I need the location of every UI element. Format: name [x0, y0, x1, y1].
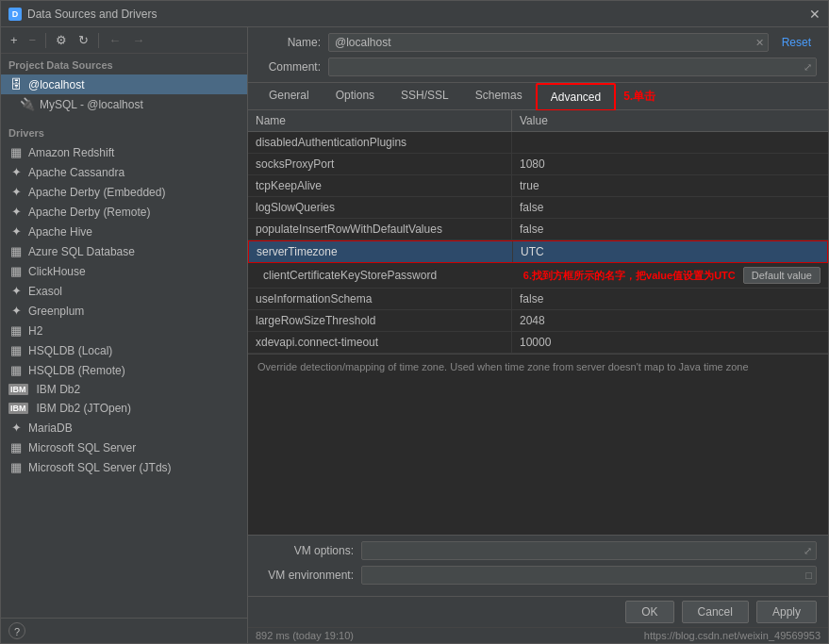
- reset-button[interactable]: Reset: [776, 34, 817, 51]
- settings-button[interactable]: ⚙: [52, 31, 71, 49]
- table-row[interactable]: populateInsertRowWithDefaultValues false: [248, 219, 828, 240]
- driver-mariadb[interactable]: ✦ MariaDB: [1, 418, 247, 438]
- left-toolbar: + − ⚙ ↻ ← →: [1, 27, 247, 54]
- tab-advanced[interactable]: Advanced: [536, 83, 616, 111]
- driver-label-mssql: Microsoft SQL Server: [28, 441, 136, 454]
- prop-value-timezone[interactable]: UTC: [513, 241, 827, 262]
- vm-options-input-wrapper[interactable]: ⤢: [361, 541, 817, 560]
- table-row[interactable]: tcpKeepAlive true: [248, 175, 828, 197]
- prop-value[interactable]: 10000: [512, 332, 828, 353]
- tab-schemas[interactable]: Schemas: [462, 83, 536, 109]
- sidebar-item-mysql[interactable]: 🔌 MySQL - @localhost: [1, 94, 247, 114]
- driver-greenplum[interactable]: ✦ Greenplum: [1, 301, 247, 321]
- annotation-row-container: clientCertificateKeyStorePassword 6.找到方框…: [248, 263, 828, 289]
- drivers-label: Drivers: [1, 122, 247, 142]
- driver-mssql-jtds[interactable]: ▦ Microsoft SQL Server (JTds): [1, 457, 247, 477]
- driver-amazon[interactable]: ▦ Amazon Redshift: [1, 142, 247, 162]
- add-button[interactable]: +: [7, 31, 22, 49]
- vm-options-input[interactable]: [362, 542, 800, 559]
- prop-name: tcpKeepAlive: [248, 175, 512, 196]
- tab-options[interactable]: Options: [323, 83, 388, 109]
- vm-options-label: VM options:: [259, 544, 354, 557]
- prop-value[interactable]: 1080: [512, 154, 828, 174]
- comment-input[interactable]: [329, 58, 800, 75]
- col-header-value: Value: [512, 110, 828, 131]
- driver-label-derby-em: Apache Derby (Embedded): [28, 186, 165, 199]
- vm-env-input-wrapper[interactable]: □: [361, 566, 817, 585]
- driver-clickhouse[interactable]: ▦ ClickHouse: [1, 261, 247, 281]
- driver-icon-maria: ✦: [8, 421, 24, 435]
- db-icon: 🗄: [8, 77, 24, 91]
- driver-hsqldb-remote[interactable]: ▦ HSQLDB (Remote): [1, 360, 247, 380]
- properties-table[interactable]: Name Value disabledAuthenticationPlugins…: [248, 110, 828, 535]
- driver-mssql[interactable]: ▦ Microsoft SQL Server: [1, 438, 247, 457]
- driver-cassandra[interactable]: ✦ Apache Cassandra: [1, 162, 247, 182]
- title-bar: D Data Sources and Drivers ✕: [1, 1, 828, 27]
- driver-label-h2: H2: [28, 324, 42, 338]
- driver-ibm-db2-jt[interactable]: IBM IBM Db2 (JTOpen): [1, 399, 247, 418]
- driver-h2[interactable]: ▦ H2: [1, 321, 247, 340]
- driver-hive[interactable]: ✦ Apache Hive: [1, 222, 247, 241]
- name-input-wrapper[interactable]: ✕: [328, 33, 769, 52]
- forward-button[interactable]: →: [128, 31, 148, 49]
- prop-name: useInformationSchema: [248, 289, 512, 309]
- refresh-button[interactable]: ↻: [75, 31, 92, 49]
- ok-button[interactable]: OK: [625, 601, 673, 623]
- bottom-status: 892 ms (today 19:10): [256, 630, 354, 641]
- table-row[interactable]: logSlowQueries false: [248, 197, 828, 219]
- description-text: Override detection/mapping of time zone.…: [257, 361, 749, 372]
- driver-derby-re[interactable]: ✦ Apache Derby (Remote): [1, 202, 247, 222]
- table-row[interactable]: socksProxyPort 1080: [248, 154, 828, 175]
- tab-general[interactable]: General: [256, 83, 323, 109]
- separator: [45, 33, 46, 48]
- minus-button[interactable]: −: [25, 31, 41, 49]
- driver-label-hive: Apache Hive: [28, 225, 92, 239]
- left-bottom: ?: [1, 618, 247, 643]
- prop-value[interactable]: false: [512, 219, 828, 239]
- dialog-buttons: OK Cancel Apply: [625, 601, 817, 623]
- help-button[interactable]: ?: [8, 622, 25, 639]
- driver-azure[interactable]: ▦ Azure SQL Database: [1, 241, 247, 261]
- prop-value[interactable]: false: [512, 289, 828, 309]
- table-row[interactable]: largeRowSizeThreshold 2048: [248, 310, 828, 332]
- comment-expand-icon[interactable]: ⤢: [800, 59, 816, 75]
- driver-icon-derby-em: ✦: [8, 185, 24, 199]
- comment-row: Comment: ⤢: [259, 58, 817, 76]
- table-row[interactable]: useInformationSchema false: [248, 289, 828, 310]
- vm-env-expand-icon[interactable]: □: [802, 568, 816, 583]
- app-icon: D: [8, 8, 22, 21]
- table-row[interactable]: disabledAuthenticationPlugins: [248, 132, 828, 154]
- left-scroll-area[interactable]: Project Data Sources 🗄 @localhost 🔌 MySQ…: [1, 54, 247, 618]
- prop-value[interactable]: true: [512, 175, 828, 196]
- name-clear-icon[interactable]: ✕: [752, 35, 768, 51]
- default-value-button[interactable]: Default value: [743, 267, 821, 284]
- table-row[interactable]: clientCertificateKeyStorePassword: [256, 265, 523, 286]
- prop-name: largeRowSizeThreshold: [248, 310, 512, 331]
- table-row[interactable]: xdevapi.connect-timeout 10000: [248, 332, 828, 354]
- tabs-bar: General Options SSH/SSL Schemas Advanced…: [248, 83, 828, 110]
- prop-value[interactable]: [512, 139, 828, 146]
- annotation-tab: 5.单击: [623, 89, 655, 105]
- driver-derby-em[interactable]: ✦ Apache Derby (Embedded): [1, 182, 247, 202]
- back-button[interactable]: ←: [105, 31, 124, 49]
- prop-value[interactable]: false: [512, 197, 828, 218]
- vm-options-expand-icon[interactable]: ⤢: [800, 543, 816, 559]
- vm-env-input[interactable]: [362, 567, 802, 584]
- driver-ibm-db2[interactable]: IBM IBM Db2: [1, 380, 247, 399]
- driver-hsqldb-local[interactable]: ▦ HSQLDB (Local): [1, 340, 247, 360]
- driver-label-azure: Azure SQL Database: [28, 245, 135, 258]
- table-row-server-timezone[interactable]: serverTimezone UTC: [248, 240, 828, 263]
- sidebar-item-localhost[interactable]: 🗄 @localhost: [1, 74, 247, 94]
- driver-label-cassandra: Apache Cassandra: [28, 166, 124, 179]
- apply-button[interactable]: Apply: [756, 601, 817, 623]
- comment-input-wrapper[interactable]: ⤢: [328, 58, 817, 76]
- prop-name: clientCertificateKeyStorePassword: [256, 265, 520, 286]
- tab-ssh-ssl[interactable]: SSH/SSL: [388, 83, 462, 109]
- driver-exasol[interactable]: ✦ Exasol: [1, 281, 247, 301]
- driver-icon: ▦: [8, 145, 24, 159]
- prop-value[interactable]: 2048: [512, 310, 828, 331]
- cancel-button[interactable]: Cancel: [682, 601, 749, 623]
- close-button[interactable]: ✕: [809, 7, 821, 22]
- driver-label-hsql-l: HSQLDB (Local): [28, 344, 112, 357]
- name-input[interactable]: [329, 34, 752, 51]
